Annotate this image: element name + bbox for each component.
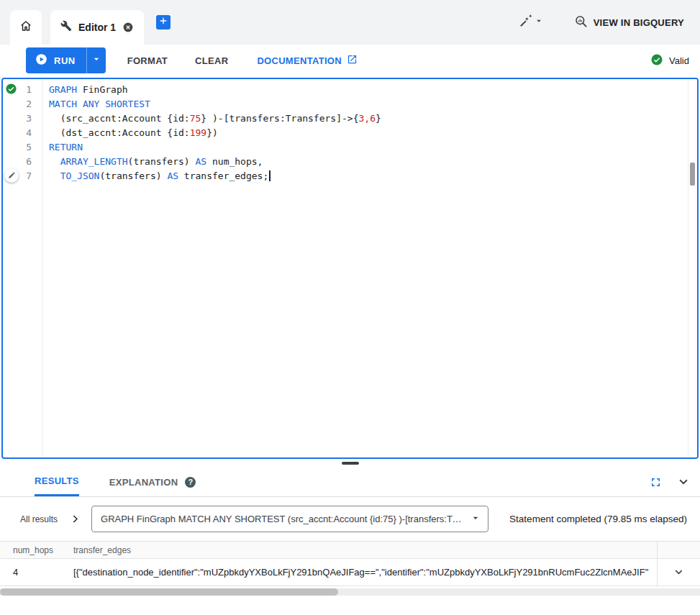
code-line[interactable]: MATCH ANY SHORTEST xyxy=(49,97,697,111)
add-tab-button[interactable] xyxy=(156,15,171,29)
results-panel-actions xyxy=(649,468,700,496)
code-token: num_hops, xyxy=(206,156,263,167)
collapse-panel-chevron-icon[interactable] xyxy=(676,474,691,490)
valid-label: Valid xyxy=(669,55,689,66)
magic-wand-icon xyxy=(519,14,533,31)
code-token: 75 xyxy=(190,113,201,124)
assist-pen-button[interactable] xyxy=(4,168,19,183)
documentation-link[interactable]: DOCUMENTATION xyxy=(257,54,358,67)
plus-icon xyxy=(158,15,169,29)
external-link-icon xyxy=(347,54,358,67)
assist-pen-icon xyxy=(8,169,16,182)
scrollbar-handle[interactable] xyxy=(690,163,695,186)
table-header-cell: transfer_edges xyxy=(73,542,657,558)
run-options-caret[interactable] xyxy=(87,47,106,73)
resize-drag-handle[interactable] xyxy=(342,462,359,465)
code-line[interactable]: (dst_accnt:Account {id:199}) xyxy=(49,126,697,140)
table-header-row: num_hops transfer_edges xyxy=(0,541,700,559)
row-expand-chevron-icon[interactable] xyxy=(672,565,686,579)
tab-label: Editor 1 xyxy=(78,22,116,33)
query-valid-check-icon xyxy=(5,83,17,95)
validity-status: Valid xyxy=(650,53,700,68)
code-editor[interactable]: GRAPH FinGraphMATCH ANY SHORTEST (src_ac… xyxy=(43,79,697,457)
play-circle-icon xyxy=(35,53,48,68)
code-token: 199 xyxy=(190,127,206,138)
editor-toolbar: RUN FORMAT CLEAR DOCUMENTATION Valid xyxy=(0,45,700,76)
editor-gutter: 1234567 xyxy=(3,79,43,457)
table-header-expand-column xyxy=(657,542,700,558)
code-token: transfer_edges; xyxy=(178,170,268,181)
table-cell-transfer-edges: [{"destination_node_identifier":"mUZpbkd… xyxy=(73,559,657,586)
chevron-right-icon[interactable] xyxy=(69,513,81,525)
view-in-bigquery-button[interactable]: VIEW IN BIGQUERY xyxy=(574,14,684,30)
code-token: }) xyxy=(206,127,218,138)
run-split-button: RUN xyxy=(26,47,106,73)
row-expand-cell xyxy=(657,559,700,586)
code-token xyxy=(49,170,60,181)
table-row: 4 [{"destination_node_identifier":"mUZpb… xyxy=(0,559,700,586)
code-token: TO_JSON xyxy=(60,170,100,181)
bigquery-icon xyxy=(574,14,588,30)
code-token: ARRAY_LENGTH xyxy=(60,156,128,167)
code-line[interactable]: RETURN xyxy=(49,140,697,155)
run-label: RUN xyxy=(54,55,76,66)
scrollbar-handle[interactable] xyxy=(0,588,338,596)
help-icon[interactable]: ? xyxy=(185,477,196,488)
tab-explanation[interactable]: EXPLANATION xyxy=(109,468,178,496)
code-line[interactable]: GRAPH FinGraph xyxy=(49,83,697,97)
chevron-down-icon xyxy=(91,53,102,68)
view-in-bigquery-label: VIEW IN BIGQUERY xyxy=(594,17,684,28)
sql-editor[interactable]: 1234567 GRAPH FinGraphMATCH ANY SHORTEST… xyxy=(1,78,699,459)
all-results-label: All results xyxy=(20,514,58,524)
code-token: (transfers) xyxy=(99,170,167,181)
code-line[interactable]: TO_JSON(transfers) AS transfer_edges; xyxy=(49,169,697,183)
code-token: (dst_accnt:Account {id: xyxy=(49,127,190,138)
line-number: 4 xyxy=(3,126,42,140)
table-horizontal-scrollbar xyxy=(0,588,700,596)
code-token: } )-[transfers:Transfers]->{ xyxy=(201,113,358,124)
code-token: 3,6 xyxy=(358,113,375,124)
code-token: } xyxy=(376,113,381,124)
code-token: AS xyxy=(196,156,207,167)
tab-results[interactable]: RESULTS xyxy=(35,468,79,496)
line-number: 6 xyxy=(3,155,42,169)
top-tab-bar: Editor 1 VIEW IN BIGQUERY xyxy=(0,0,700,45)
clear-button[interactable]: CLEAR xyxy=(195,55,228,66)
chevron-down-icon xyxy=(534,16,544,29)
code-token xyxy=(49,156,60,167)
build-wrench-icon xyxy=(60,20,72,35)
table-header-cell: num_hops xyxy=(0,542,73,558)
tab-editor-1[interactable]: Editor 1 xyxy=(50,10,144,45)
fullscreen-icon[interactable] xyxy=(649,475,663,489)
code-lines: GRAPH FinGraphMATCH ANY SHORTEST (src_ac… xyxy=(49,83,697,183)
text-cursor xyxy=(269,170,271,181)
panel-divider xyxy=(0,459,700,468)
line-number: 2 xyxy=(3,97,42,111)
code-line[interactable]: (src_accnt:Account {id:75} )-[transfers:… xyxy=(49,111,697,126)
code-token: FinGraph xyxy=(77,84,127,95)
results-tab-bar: RESULTS EXPLANATION ? xyxy=(0,468,700,497)
table-cell-num-hops: 4 xyxy=(0,559,73,586)
magic-wand-menu-button[interactable] xyxy=(519,14,544,31)
line-number: 5 xyxy=(3,140,42,155)
valid-check-icon xyxy=(650,53,663,68)
results-table: num_hops transfer_edges 4 [{"destination… xyxy=(0,541,700,596)
query-dropdown[interactable]: GRAPH FinGraph MATCH ANY SHORTEST (src_a… xyxy=(91,506,488,532)
format-button[interactable]: FORMAT xyxy=(127,55,168,66)
statement-status: Statement completed (79.85 ms elapsed) xyxy=(509,514,700,524)
code-token: (src_accnt:Account {id: xyxy=(49,113,190,124)
code-line[interactable]: ARRAY_LENGTH(transfers) AS num_hops, xyxy=(49,155,697,169)
documentation-label: DOCUMENTATION xyxy=(257,55,342,66)
topbar-right: VIEW IN BIGQUERY xyxy=(519,0,684,45)
code-token: MATCH ANY SHORTEST xyxy=(49,99,150,109)
home-icon xyxy=(19,19,33,36)
code-token: GRAPH xyxy=(49,84,77,95)
code-token: (transfers) xyxy=(128,156,196,167)
line-number: 3 xyxy=(3,111,42,126)
home-tab[interactable] xyxy=(10,10,42,45)
tab-close-icon[interactable] xyxy=(122,22,134,33)
results-controls: All results GRAPH FinGraph MATCH ANY SHO… xyxy=(0,497,700,541)
run-button[interactable]: RUN xyxy=(26,47,87,73)
query-dropdown-value: GRAPH FinGraph MATCH ANY SHORTEST (src_a… xyxy=(101,514,464,524)
editor-vertical-scrollbar xyxy=(688,79,697,457)
